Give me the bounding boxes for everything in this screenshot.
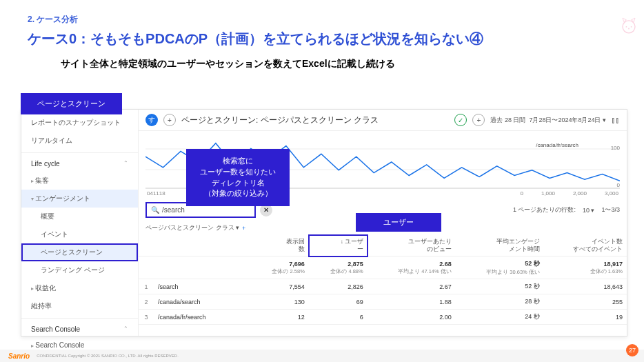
report-title: ページとスクリーン: ページパスとスクリーン クラス [181, 114, 449, 126]
ytick: 0 [617, 182, 620, 188]
callout-search: 検索窓に ユーザー数を知りたい ディレクトリ名 （対象の絞り込み） [186, 149, 290, 206]
sidebar-item-overview[interactable]: 概要 [21, 208, 138, 225]
sidebar-item-landing[interactable]: ランディング ページ [21, 261, 138, 279]
col-vpu[interactable]: ユーザーあたりのビュー [368, 235, 456, 257]
table-row[interactable]: 3/canada/fr/search1262.0024 秒19 [139, 310, 627, 325]
svg-point-2 [631, 26, 632, 28]
sidebar-item-engagement[interactable]: ▾ エンゲージメント [21, 190, 138, 208]
sidebar-item-realtime[interactable]: リアルタイム [21, 132, 138, 150]
sidebar-item-snapshot[interactable]: レポートのスナップショット [21, 114, 138, 132]
range-label: 1〜3/3 [601, 205, 620, 214]
callout-tab: ページとスクリーン [21, 93, 122, 114]
dimension-select[interactable]: ページパスとスクリーン クラス ▾ [145, 223, 239, 232]
sidebar-item-events[interactable]: イベント [21, 225, 138, 243]
date-range[interactable]: 過去 28 日間 7月28日〜2024年8月24日 ▾ [490, 116, 606, 125]
chart-legend: /canada/fr/search [536, 142, 578, 148]
add-button[interactable]: + [472, 114, 485, 126]
add-tab-button[interactable]: + [163, 114, 176, 126]
totals-row: 7,696全体の 2.58% 2,875全体の 4.88% 2.68平均より 4… [139, 257, 627, 279]
page-title: ケース0：そもそもPDCAのP（計画）を立てられるほど状況を知らない④ [28, 30, 616, 48]
col-events[interactable]: イベント数すべてのイベント [544, 235, 627, 257]
col-views[interactable]: 表示回数 [250, 235, 309, 257]
brand-logo: Sanrio [8, 352, 30, 360]
analytics-panel: レポートのスナップショット リアルタイム Life cycle⌃ ▸ 集客 ▾ … [21, 109, 627, 336]
sidebar-head-sc[interactable]: Search Console⌃ [21, 321, 138, 337]
svg-point-1 [626, 26, 627, 28]
tab-chip[interactable]: す [145, 114, 158, 126]
svg-point-0 [623, 21, 635, 33]
copyright: CONFIDENTIAL Copyright © 2021 SANRIO CO.… [37, 354, 179, 358]
chevron-up-icon: ⌃ [123, 325, 128, 333]
table-row[interactable]: 2/canada/search130691.8828 秒255 [139, 294, 627, 310]
sidebar-head-lifecycle[interactable]: Life cycle⌃ [21, 156, 138, 172]
callout-user: ユーザー [356, 213, 441, 232]
sidebar-item-acquisition[interactable]: ▸ 集客 [21, 172, 138, 190]
col-users[interactable]: ↓ユーザー [309, 235, 368, 257]
search-icon: 🔍 [151, 206, 159, 214]
footer: Sanrio CONFIDENTIAL Copyright © 2021 SAN… [0, 350, 644, 362]
sidebar-item-retention[interactable]: 維持率 [21, 297, 138, 315]
compare-icon[interactable]: ⫿⫿ [612, 116, 620, 124]
col-engtime[interactable]: 平均エンゲージメント時間 [456, 235, 544, 257]
check-icon[interactable]: ✓ [454, 114, 467, 126]
ytick: 100 [611, 145, 620, 151]
rows-select[interactable]: 10 ▾ [583, 207, 595, 214]
chevron-up-icon: ⌃ [123, 160, 128, 168]
sort-desc-icon: ↓ [341, 239, 343, 245]
sidebar-item-monetization[interactable]: ▸ 収益化 [21, 279, 138, 297]
sidebar: レポートのスナップショット リアルタイム Life cycle⌃ ▸ 集客 ▾ … [21, 110, 139, 336]
table-row[interactable]: 1/search7,5542,8262.6752 秒18,643 [139, 279, 627, 294]
page-number: 27 [626, 344, 638, 356]
svg-point-3 [628, 28, 630, 30]
sidebar-item-pages[interactable]: ページとスクリーン [21, 243, 138, 261]
kitty-icon [616, 15, 641, 36]
breadcrumb: 2. ケース分析 [28, 14, 616, 26]
pager: 1 ページあたりの行数: 10 ▾ 1〜3/3 [513, 205, 620, 214]
topbar: す + ページとスクリーン: ページパスとスクリーン クラス ✓ + 過去 28… [139, 110, 627, 131]
add-dimension-button[interactable]: + [242, 225, 245, 232]
subtitle: サイト全体と特定領域のユーザーやセッションを数えてExcelに記載し続ける [61, 58, 616, 70]
data-table: 表示回数 ↓ユーザー ユーザーあたりのビュー 平均エンゲージメント時間 イベント… [139, 235, 627, 325]
